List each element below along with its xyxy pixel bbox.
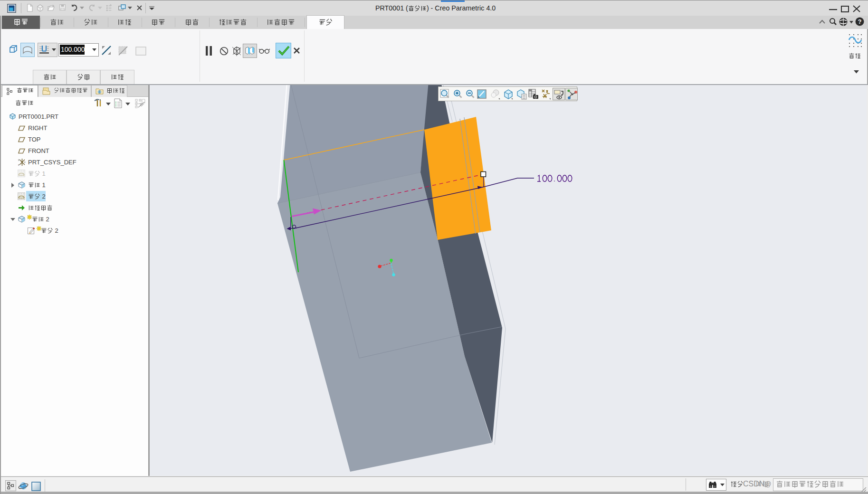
- svg-text:z: z: [18, 163, 19, 166]
- svg-text:?: ?: [858, 19, 862, 25]
- svg-text:x: x: [24, 161, 26, 163]
- svg-text:y: y: [18, 158, 19, 161]
